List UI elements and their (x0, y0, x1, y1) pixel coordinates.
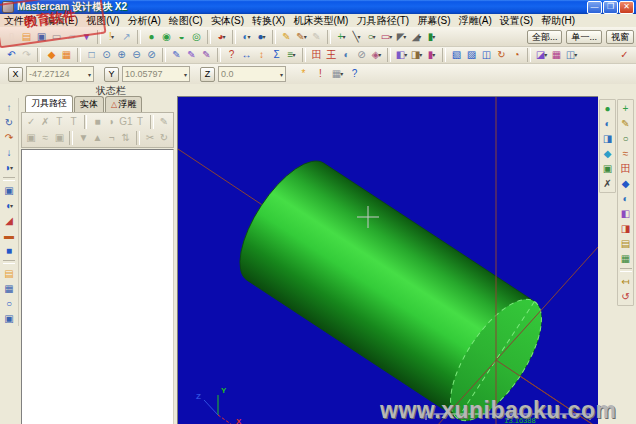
analyze-entity-icon[interactable]: ? (224, 48, 239, 62)
magnify-strip-icon[interactable]: ○ (2, 296, 17, 311)
solids-dd-icon[interactable]: ▮▾ (424, 30, 439, 44)
help-icon[interactable]: ? (347, 67, 362, 81)
chamfer-dd-icon[interactable]: ◢▾ (409, 30, 424, 44)
maximize-button[interactable]: ❐ (603, 1, 618, 14)
zoom-out-icon[interactable]: ⊘ (144, 48, 159, 62)
all-button[interactable]: 全部... (527, 30, 563, 44)
xform-copy-icon[interactable]: ▨ (464, 48, 479, 62)
sketch-multi-icon-dropdown[interactable]: ▾ (304, 30, 307, 44)
grid-icon[interactable]: 田 (309, 48, 324, 62)
cylinder-solid[interactable] (223, 147, 559, 424)
material-icon[interactable]: ◕▾ (214, 30, 229, 44)
boxed2-strip-icon[interactable]: ▣ (2, 311, 17, 326)
bulb-icon[interactable]: !▾ (104, 30, 119, 44)
bulb-icon-dropdown[interactable]: ▾ (111, 30, 114, 44)
shade-edges-icon[interactable]: ◒ (174, 30, 189, 44)
graphics-viewport[interactable]: Y Z X 13.16388 (177, 96, 598, 424)
create-point-dd-icon-dropdown[interactable]: ▾ (342, 30, 345, 44)
xform-mirror-icon[interactable]: ◫ (479, 48, 494, 62)
create-arc-dd-icon[interactable]: ○▾ (364, 30, 379, 44)
menu-solids[interactable]: 实体(S) (207, 14, 248, 28)
menu-help[interactable]: 帮助(H) (537, 14, 579, 28)
rp-create-arc-icon[interactable]: ○ (618, 131, 633, 146)
repaint-icon[interactable]: ▦ (59, 48, 74, 62)
rp-color-icon[interactable]: ◧ (618, 206, 633, 221)
create-line-dd-icon[interactable]: ╲▾ (349, 30, 364, 44)
rp-axes-icon[interactable]: ✗ (600, 176, 615, 191)
create-line-dd-icon-dropdown[interactable]: ▾ (358, 30, 361, 44)
tab-solids[interactable]: 实体 (74, 96, 104, 112)
create-rect-dd-icon-dropdown[interactable]: ▾ (389, 30, 392, 44)
zoom-in-icon[interactable]: ⊕ (114, 48, 129, 62)
rp-solid-create-icon[interactable]: ◆ (618, 176, 633, 191)
prompt-icon[interactable]: ! (313, 67, 328, 81)
rp-create-spline-icon[interactable]: ≈ (618, 146, 633, 161)
dynamic-pan-icon[interactable]: ✎ (184, 48, 199, 62)
clipboard-image-icon-dropdown[interactable]: ▾ (340, 67, 343, 81)
minimize-button[interactable]: — (587, 1, 602, 14)
xform-scale-icon[interactable]: ◔ (509, 48, 524, 62)
curve-mru-icon[interactable]: ↷ (2, 130, 17, 145)
menu-analyze[interactable]: 分析(A) (123, 14, 164, 28)
material-icon-dropdown[interactable]: ▾ (223, 30, 226, 44)
analyze-dynamic-icon[interactable]: ↕ (254, 48, 269, 62)
rp-diamond-view-icon[interactable]: ◆ (600, 146, 615, 161)
fastpoint-icon[interactable]: * (296, 67, 311, 81)
z-coordinate-dropdown[interactable]: ▾ (280, 71, 283, 78)
menu-screen[interactable]: 屏幕(S) (413, 14, 454, 28)
solid-wedge-icon[interactable]: ◖▾ (2, 198, 17, 213)
chamfer-dd-icon-dropdown[interactable]: ▾ (418, 30, 421, 44)
planes-icon-dropdown[interactable]: ▾ (263, 30, 266, 44)
clip-plane-icon[interactable]: ⊘ (354, 48, 369, 62)
z-coordinate-input[interactable] (219, 69, 278, 79)
dynamic-spin-icon[interactable]: ✎ (199, 48, 214, 62)
rp-return-icon[interactable]: ↤ (618, 274, 633, 289)
y-axis-chip[interactable]: Y (104, 67, 119, 82)
menu-create[interactable]: 绘图(C) (165, 14, 207, 28)
solid-blue-icon[interactable]: ◗▾ (2, 160, 17, 175)
shading-dd-icon[interactable]: ◧▾ (394, 48, 409, 62)
rp-create-line-icon[interactable]: ✎ (618, 116, 633, 131)
undo-icon[interactable]: ↶ (4, 48, 19, 62)
rotate-view-icon[interactable]: ↻ (2, 115, 17, 130)
window-select-dd-icon-dropdown[interactable]: ▾ (574, 48, 577, 62)
rp-create-rect-icon[interactable]: 田 (618, 161, 633, 176)
validate-icon[interactable]: ✓ (617, 48, 632, 62)
rp-create-point-icon[interactable]: + (618, 101, 633, 116)
zoom-target-icon[interactable]: ⊙ (99, 48, 114, 62)
rp-palette-icon[interactable]: ▤ (618, 236, 633, 251)
solid-blue-icon-dropdown[interactable]: ▾ (10, 161, 13, 175)
window-button[interactable]: 视窗 (606, 30, 634, 44)
cursor-config-icon[interactable]: ↗ (119, 30, 134, 44)
sketch-multi-icon[interactable]: ✎▾ (294, 30, 309, 44)
solids-dd-icon-dropdown[interactable]: ▾ (432, 30, 435, 44)
mru-dd-icon-dropdown[interactable]: ▾ (544, 48, 547, 62)
tab-art[interactable]: △浮雕 (105, 96, 142, 112)
xform-rotate-icon[interactable]: ↻ (494, 48, 509, 62)
fillet-dd-icon[interactable]: ◤▾ (394, 30, 409, 44)
layers-strip-icon[interactable]: ▬ (2, 228, 17, 243)
screen-up-icon[interactable]: ↑ (2, 100, 17, 115)
single-button[interactable]: 单一... (566, 30, 602, 44)
menu-toolpaths[interactable]: 刀具路径(T) (352, 14, 413, 28)
blank-icon[interactable]: ◈▾ (369, 48, 384, 62)
menu-settings[interactable]: 设置(S) (496, 14, 537, 28)
gnomon-icon[interactable]: ◆ (44, 48, 59, 62)
x-coordinate-input[interactable] (27, 69, 86, 79)
boxed-view-icon[interactable]: ▣ (2, 183, 17, 198)
z-axis-chip[interactable]: Z (200, 67, 215, 82)
render-dd-icon-dropdown[interactable]: ▾ (419, 48, 422, 62)
sketch-icon[interactable]: ✎ (279, 30, 294, 44)
solid-tool-dd-icon[interactable]: ▮▾ (424, 48, 439, 62)
rp-attr-icon[interactable]: ◨ (618, 221, 633, 236)
wedge-red-icon[interactable]: ◢ (2, 213, 17, 228)
zoom-previous-icon[interactable]: ⊖ (129, 48, 144, 62)
solid-tool-dd-icon-dropdown[interactable]: ▾ (432, 48, 435, 62)
rp-plane-view-icon[interactable]: ▣ (600, 161, 615, 176)
analyze-distance-icon[interactable]: ↔ (239, 48, 254, 62)
create-arc-dd-icon-dropdown[interactable]: ▾ (373, 30, 376, 44)
rp-globe-view-icon[interactable]: ◐ (600, 116, 615, 131)
shading-dd-icon-dropdown[interactable]: ▾ (404, 48, 407, 62)
zoom-window-icon[interactable]: □ (84, 48, 99, 62)
wireframe-icon[interactable]: ◎ (189, 30, 204, 44)
